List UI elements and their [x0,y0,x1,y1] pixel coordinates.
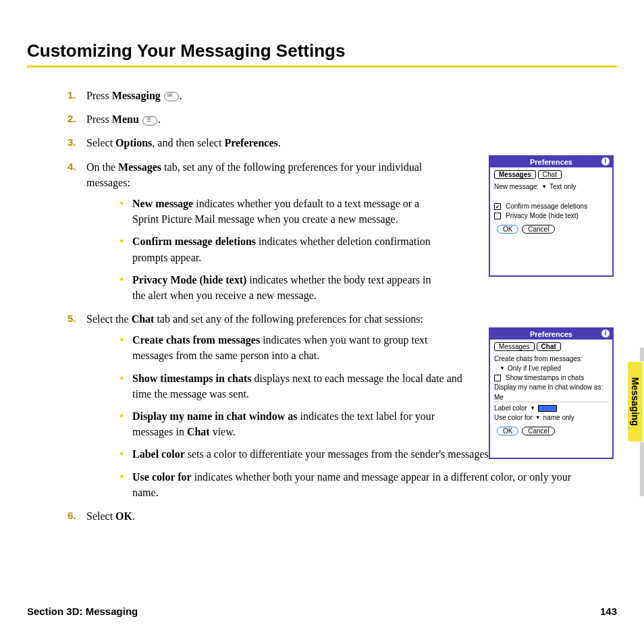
step-2-prefix: Press [86,113,112,125]
step-2-suffix [139,113,142,125]
b5-5-bold: Use color for [132,471,192,483]
shot1-confirm-deletions: Confirm message deletions [506,203,587,210]
step-3-suffix: . [278,137,281,149]
bullet-confirm-deletions: Confirm message deletions indicates whet… [120,234,446,265]
step-4: On the Messages tab, set any of the foll… [68,159,446,304]
step-6-suffix: . [132,510,135,522]
step-1-keyword: Messaging [112,90,161,101]
side-divider [640,348,644,361]
shot1-newmsg-label: New message: [494,183,539,190]
shot2-create-chats-label: Create chats from messages: [494,355,583,363]
step-2: Press Menu . [68,111,446,127]
bullet-use-color-for: Use color for indicates whether both you… [120,469,597,500]
b5-2-bold: Show timestamps in chats [132,373,251,384]
dropdown-icon: ▼ [500,365,505,371]
step-5-bold: Chat [132,313,155,325]
dropdown-icon: ▼ [535,414,541,421]
shot2-titlebar: Preferences i [490,329,612,340]
bullet-new-message: New message indicates whether you defaul… [120,196,446,227]
shot1-cancel-button: Cancel [522,225,555,234]
shot2-label-color: Label color [494,404,527,412]
shot2-title: Preferences [530,330,572,338]
shot2-tab-chat: Chat [537,342,561,351]
shot1-privacy-mode: Privacy Mode (hide text) [506,212,579,219]
info-icon: i [601,157,610,165]
step-3: Select Options, and then select Preferen… [68,135,446,151]
screenshot-preferences-messages: Preferences i Messages Chat New message:… [489,155,614,277]
shot2-tab-messages: Messages [494,342,535,351]
bullet-create-chats: Create chats from messages indicates whe… [120,332,464,363]
shot1-title: Preferences [530,158,572,166]
shot2-timestamps: Show timestamps in chats [506,374,584,381]
dropdown-icon: ▼ [530,405,535,411]
shot1-titlebar: Preferences i [490,157,612,167]
menu-key-icon [142,116,157,126]
step-3-b1: Options [115,137,152,149]
shot2-cancel-button: Cancel [522,427,555,435]
screenshot-preferences-chat: Preferences i Messages Chat Create chats… [489,327,614,459]
title-rule [27,65,617,68]
step-4-prefix: On the [86,161,118,173]
page-title: Customizing Your Messaging Settings [27,41,617,61]
step-1-prefix: Press [86,90,112,101]
step-3-mid: , and then select [152,137,224,149]
step-5-suffix: tab and set any of the following prefere… [154,313,423,325]
b5-1-bold: Create chats from messages [132,334,260,346]
b4-1-bold: New message [132,198,193,209]
step-6-bold: OK [115,510,132,522]
color-swatch [538,405,557,412]
shot1-tab-chat: Chat [538,170,562,179]
b5-3-bold2: Chat [187,426,210,437]
shot1-newmsg-value: Text only [549,183,576,190]
step-6-prefix: Select [86,510,115,522]
dropdown-icon: ▼ [541,184,547,190]
step-1-suffix [161,90,163,101]
step-4-bullets: New message indicates whether you defaul… [120,196,446,303]
bullet-timestamps: Show timestamps in chats displays next t… [120,371,464,402]
b5-5-text: indicates whether both your name and mes… [132,471,571,498]
shot2-display-name-label: Display my name in chat window as: [494,383,603,391]
step-3-b2: Preferences [224,137,277,149]
shot2-name-input: Me [494,393,608,402]
b5-4-text: sets a color to differentiate your messa… [185,448,502,460]
checkbox-icon [494,203,501,210]
bullet-display-name: Display my name in chat window as indica… [120,408,464,439]
b5-3-text2: view. [210,426,236,437]
checkbox-icon [494,213,501,219]
page-footer: Section 3D: Messaging 143 [27,606,617,617]
messaging-key-icon [164,92,179,101]
step-1: Press Messaging . [68,88,446,103]
step-3-prefix: Select [86,137,115,149]
b5-4-bold: Label color [132,448,185,460]
info-icon: i [601,329,610,338]
shot1-tab-messages: Messages [494,170,536,179]
checkbox-icon [494,375,501,381]
step-5-prefix: Select the [86,313,132,325]
section-side-tab: Messaging [626,361,644,442]
b5-3-bold: Display my name in chat window as [132,410,297,422]
step-4-bold: Messages [118,161,161,173]
footer-section: Section 3D: Messaging [27,606,138,617]
shot1-ok-button: OK [497,225,518,234]
bullet-privacy-mode: Privacy Mode (hide text) indicates wheth… [120,272,446,303]
b4-3-bold: Privacy Mode (hide text) [132,274,246,286]
shot2-use-color-value: name only [543,414,574,421]
b4-2-bold: Confirm message deletions [132,236,256,247]
shot2-use-color: Use color for [494,414,533,421]
step-6: Select OK. [68,508,597,524]
footer-page-number: 143 [600,606,617,617]
side-divider [640,442,644,496]
step-2-keyword: Menu [112,113,139,125]
side-tab-label: Messaging [630,377,641,426]
shot2-ok-button: OK [497,427,518,435]
shot2-create-chats-value: Only if I've replied [508,365,561,372]
